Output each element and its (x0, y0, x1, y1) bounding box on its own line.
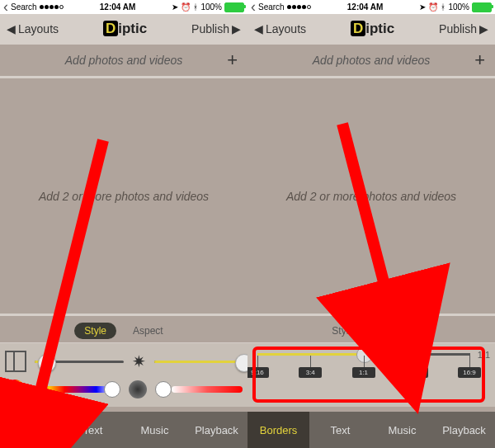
add-photos-label: Add photos and videos (313, 54, 430, 67)
subtab-style[interactable]: Style (74, 323, 116, 339)
aspect-ticks: 9:16 3:4 1:1 4:3 16:9 (257, 356, 470, 367)
nav-bar: ◀Layouts Diptic Publish▶ (248, 14, 495, 44)
aspect-tick[interactable]: 16:9 (469, 356, 470, 367)
subtab-aspect[interactable]: Aspect (370, 323, 421, 339)
battery-percent: 100% (200, 2, 222, 12)
nav-back-label: Layouts (266, 22, 306, 35)
color-slider-knob[interactable] (104, 381, 120, 398)
alarm-icon: ⏰ (428, 2, 438, 12)
logo-d-icon: D (103, 21, 118, 36)
battery-icon (472, 2, 492, 12)
inner-color-icon[interactable] (129, 380, 147, 398)
plus-icon[interactable]: + (227, 50, 238, 71)
aspect-ratio-label: 1:1 (352, 367, 375, 378)
subtab-row: Style Aspect (0, 319, 248, 342)
logo-d-icon: D (351, 21, 365, 36)
tab-playback[interactable]: Playback (186, 412, 248, 448)
nav-back-button[interactable]: ◀Layouts (254, 22, 306, 35)
status-time: 12:04 AM (100, 2, 136, 12)
collage-canvas[interactable]: Add 2 or more photos and videos (0, 78, 248, 316)
logo-text: iptic (118, 21, 147, 36)
subtab-style[interactable]: Style (322, 323, 364, 339)
subtab-aspect[interactable]: Aspect (123, 323, 173, 339)
chevron-right-icon: ▶ (479, 22, 488, 35)
add-photos-bar[interactable]: Add photos and videos + (0, 44, 248, 78)
tab-borders[interactable]: Borders (0, 412, 62, 448)
bluetooth-icon: ᚼ (193, 2, 198, 12)
aspect-ratio-label: 4:3 (405, 367, 428, 378)
nav-back-label: Layouts (18, 22, 59, 35)
nav-forward-label: Publish (439, 22, 477, 35)
tab-text[interactable]: Text (309, 412, 371, 448)
tab-playback[interactable]: Playback (433, 412, 495, 448)
bottom-tabs: Borders Text Music Playback (0, 412, 248, 448)
aspect-tick[interactable]: 1:1 (364, 356, 365, 367)
tab-borders[interactable]: Borders (248, 412, 309, 448)
nav-forward-label: Publish (191, 22, 229, 35)
signal-dots-icon (287, 5, 311, 9)
inner-color-knob[interactable] (155, 381, 172, 398)
status-bar: ‹ Search 12:04 AM ➤ ⏰ ᚼ 100% (0, 0, 248, 14)
aspect-panel: 9:16 3:4 1:1 4:3 16:9 1:1 (248, 342, 495, 407)
app-logo: Diptic (351, 21, 394, 37)
canvas-placeholder: Add 2 or more photos and videos (39, 190, 209, 203)
aspect-tick[interactable]: 3:4 (310, 356, 311, 367)
logo-text: iptic (365, 21, 394, 36)
collage-canvas[interactable]: Add 2 or more photos and videos (248, 78, 495, 316)
aspect-ratio-label: 16:9 (458, 367, 481, 378)
brightness-slider[interactable] (154, 361, 243, 363)
bluetooth-icon: ᚼ (441, 2, 446, 12)
border-width-slider[interactable] (35, 361, 124, 363)
back-chevron-icon[interactable]: ‹ (251, 0, 256, 16)
app-logo: Diptic (103, 21, 147, 37)
tab-music[interactable]: Music (371, 412, 433, 448)
nav-back-button[interactable]: ◀Layouts (7, 22, 59, 35)
current-aspect-label: 1:1 (478, 350, 490, 360)
add-photos-label: Add photos and videos (65, 54, 182, 67)
aspect-ratio-label: 9:16 (248, 367, 269, 378)
chevron-left-icon: ◀ (254, 22, 263, 35)
subtab-row: Style Aspect (248, 319, 495, 342)
chevron-left-icon: ◀ (7, 22, 16, 35)
aspect-ratio-label: 3:4 (299, 367, 322, 378)
phone-left: ‹ Search 12:04 AM ➤ ⏰ ᚼ 100% ◀Layouts Di… (0, 0, 248, 448)
status-bar: ‹ Search 12:04 AM ➤ ⏰ ᚼ 100% (248, 0, 495, 14)
tab-music[interactable]: Music (124, 412, 186, 448)
back-to-app[interactable]: Search (258, 2, 285, 12)
alarm-icon: ⏰ (181, 2, 191, 12)
location-icon: ➤ (419, 2, 426, 12)
back-chevron-icon[interactable]: ‹ (3, 0, 8, 16)
tab-text[interactable]: Text (62, 412, 124, 448)
nav-publish-button[interactable]: Publish▶ (439, 22, 488, 35)
canvas-placeholder: Add 2 or more photos and videos (286, 190, 456, 203)
border-layout-icon[interactable] (5, 351, 26, 372)
aspect-tick[interactable]: 4:3 (417, 356, 417, 367)
nav-bar: ◀Layouts Diptic Publish▶ (0, 14, 248, 44)
inner-color-slider[interactable] (172, 386, 243, 393)
brightness-icon: ✷ (132, 351, 146, 371)
bottom-tabs: Borders Text Music Playback (248, 412, 495, 448)
chevron-right-icon: ▶ (232, 22, 241, 35)
nav-publish-button[interactable]: Publish▶ (191, 22, 241, 35)
battery-percent: 100% (448, 2, 469, 12)
add-photos-bar[interactable]: Add photos and videos + (248, 44, 495, 78)
location-icon: ➤ (172, 2, 178, 12)
color-slider[interactable] (33, 386, 112, 393)
signal-dots-icon (40, 5, 64, 9)
phone-right: ‹ Search 12:04 AM ➤ ⏰ ᚼ 100% ◀Layouts Di… (248, 0, 495, 448)
style-panel: ✷ (0, 342, 248, 407)
battery-icon (224, 2, 244, 12)
color-wheel-icon[interactable] (5, 380, 25, 399)
back-to-app[interactable]: Search (11, 2, 37, 12)
aspect-tick[interactable]: 9:16 (257, 356, 258, 367)
plus-icon[interactable]: + (474, 50, 485, 71)
status-time: 12:04 AM (347, 2, 384, 12)
